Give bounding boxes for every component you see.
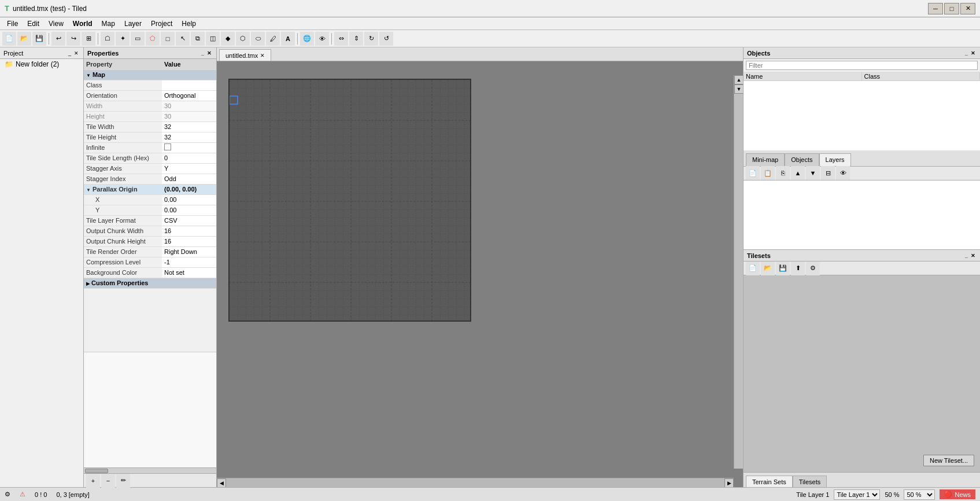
save-button[interactable]: 💾 [32, 32, 46, 46]
magic-button[interactable]: ✦ [116, 32, 130, 46]
props-edit-btn[interactable]: ✏ [116, 474, 130, 488]
ts-export-btn[interactable]: ⬆ [791, 261, 805, 275]
tilesets-close-btn[interactable]: ✕ [970, 253, 977, 259]
prop-bgcolor-value[interactable]: Not set [162, 267, 216, 278]
layers-add2-btn[interactable]: 📋 [761, 166, 775, 180]
canvas-container[interactable]: ▲ ▼ [217, 61, 743, 478]
infinite-checkbox[interactable] [164, 143, 171, 150]
canvas-vscrollbar[interactable]: ▲ ▼ [734, 75, 743, 469]
select-button[interactable]: ☖ [101, 32, 114, 46]
map-expand-icon[interactable] [86, 71, 91, 78]
prop-tilesidelength-value[interactable]: 0 [162, 153, 216, 163]
menu-edit[interactable]: Edit [23, 19, 44, 29]
prop-class-value[interactable] [162, 80, 216, 90]
text-button[interactable]: A [281, 32, 295, 46]
world-button[interactable]: 🌐 [300, 32, 314, 46]
prop-orientation-value[interactable]: Orthogonal [162, 90, 216, 101]
menu-world[interactable]: World [68, 19, 97, 29]
hscroll-right-arrow[interactable]: ▶ [724, 478, 734, 487]
prop-width-value[interactable]: 30 [162, 101, 216, 111]
prop-compression-value[interactable]: -1 [162, 257, 216, 267]
objects-filter-input[interactable] [746, 61, 978, 70]
menu-help[interactable]: Help [177, 19, 201, 29]
layers-merge-btn[interactable]: ⊟ [821, 166, 835, 180]
props-minimize-btn[interactable]: _ [200, 50, 205, 56]
zoom-select[interactable]: 50 % 100 % 200 % [904, 489, 935, 500]
layers-add-btn[interactable]: 📄 [746, 166, 760, 180]
new-button[interactable]: 📄 [2, 32, 16, 46]
eraser-button[interactable]: ◫ [206, 32, 220, 46]
minimize-button[interactable]: ─ [928, 3, 943, 14]
bucket-button[interactable]: ⧉ [191, 32, 205, 46]
vscroll-up-arrow[interactable]: ▲ [734, 75, 743, 84]
project-folder-item[interactable]: 📁 New folder (2) [0, 59, 83, 69]
rect-button[interactable]: □ [161, 32, 175, 46]
tilesets-minimize-btn[interactable]: _ [964, 253, 969, 259]
news-badge[interactable]: 🔴 News [940, 489, 975, 499]
project-close-btn[interactable]: ✕ [73, 50, 80, 56]
prop-tileheight-value[interactable]: 32 [162, 132, 216, 142]
prop-tilewidth-value[interactable]: 32 [162, 121, 216, 132]
ts-open-btn[interactable]: 📂 [761, 261, 775, 275]
layers-down-btn[interactable]: ▼ [806, 166, 820, 180]
prop-y-value[interactable]: 0.00 [162, 205, 216, 215]
freehand-button[interactable]: 🖊 [266, 32, 280, 46]
ts-tab-tilesets[interactable]: Tilesets [793, 476, 827, 487]
tab-close-btn[interactable]: ✕ [260, 53, 265, 58]
menu-project[interactable]: Project [146, 19, 177, 29]
prop-tilerenderorder-value[interactable]: Right Down [162, 246, 216, 257]
redo-button[interactable]: ↪ [66, 32, 80, 46]
ts-tab-terrain[interactable]: Terrain Sets [746, 476, 793, 487]
tab-objects[interactable]: Objects [785, 153, 819, 166]
poly-draw-button[interactable]: ⬡ [236, 32, 250, 46]
prop-stagger-index-value[interactable]: Odd [162, 174, 216, 184]
tab-layers[interactable]: Layers [819, 153, 851, 166]
rot-ccw-button[interactable]: ↺ [379, 32, 393, 46]
polygon-button[interactable]: ⬠ [146, 32, 160, 46]
rect-select-button[interactable]: ▭ [131, 32, 145, 46]
prop-outputchunkh-value[interactable]: 16 [162, 236, 216, 246]
rot-cw-button[interactable]: ↻ [364, 32, 378, 46]
props-remove-btn[interactable]: − [101, 474, 115, 488]
prop-x-value[interactable]: 0.00 [162, 194, 216, 205]
cursor-button[interactable]: ↖ [176, 32, 190, 46]
status-layer-select[interactable]: Tile Layer 1 [834, 489, 880, 500]
ts-new-btn[interactable]: 📄 [746, 261, 760, 275]
tab-minimap[interactable]: Mini-map [746, 153, 785, 166]
ellipse-button[interactable]: ⬭ [251, 32, 265, 46]
canvas-hscrollbar[interactable]: ◀ ▶ [217, 478, 734, 487]
props-add-btn[interactable]: + [86, 474, 100, 488]
props-close-btn[interactable]: ✕ [206, 50, 213, 56]
prop-stagger-axis-value[interactable]: Y [162, 163, 216, 174]
close-button[interactable]: ✕ [960, 3, 975, 14]
stamp-button[interactable]: ⊞ [82, 32, 95, 46]
menu-map[interactable]: Map [97, 19, 120, 29]
menu-layer[interactable]: Layer [120, 19, 146, 29]
objects-close-btn[interactable]: ✕ [970, 50, 977, 56]
objects-minimize-btn[interactable]: _ [964, 50, 969, 56]
props-hscrollbar[interactable] [84, 467, 216, 473]
flip-h-button[interactable]: ⇔ [334, 32, 348, 46]
preview-button[interactable]: 👁 [315, 32, 329, 46]
layers-copy-btn[interactable]: ⎘ [776, 166, 790, 180]
ts-props-btn[interactable]: ⚙ [806, 261, 820, 275]
flip-v-button[interactable]: ⇕ [349, 32, 363, 46]
vscroll-down-arrow[interactable]: ▼ [734, 84, 743, 94]
open-button[interactable]: 📂 [17, 32, 31, 46]
layers-up-btn[interactable]: ▲ [791, 166, 805, 180]
prop-height-value[interactable]: 30 [162, 111, 216, 121]
canvas-tab-untitled[interactable]: untitled.tmx ✕ [219, 49, 271, 61]
menu-file[interactable]: File [2, 19, 23, 29]
menu-view[interactable]: View [44, 19, 68, 29]
maximize-button[interactable]: □ [944, 3, 959, 14]
parallax-expand-icon[interactable] [86, 186, 91, 193]
project-minimize-btn[interactable]: _ [67, 50, 72, 56]
layers-eye-btn[interactable]: 👁 [836, 166, 850, 180]
prop-outputchunkw-value[interactable]: 16 [162, 226, 216, 236]
custom-expand-icon[interactable] [86, 279, 90, 286]
undo-button[interactable]: ↩ [51, 32, 65, 46]
ts-save-btn[interactable]: 💾 [776, 261, 790, 275]
hscroll-left-arrow[interactable]: ◀ [217, 478, 226, 487]
prop-tilelayer-value[interactable]: CSV [162, 215, 216, 226]
prop-infinite-value[interactable] [162, 142, 216, 153]
